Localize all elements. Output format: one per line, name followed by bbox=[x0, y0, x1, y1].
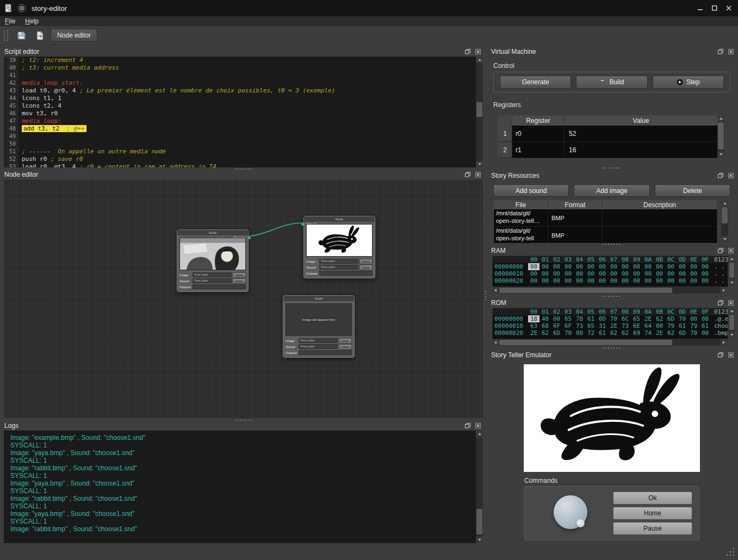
scroll-down-button[interactable] bbox=[476, 161, 483, 167]
hex-byte-cell[interactable]: 6D bbox=[597, 315, 608, 322]
scroll-up-button[interactable] bbox=[476, 431, 483, 437]
hex-byte-cell[interactable]: 00 bbox=[574, 329, 585, 337]
resources-scrollbar[interactable] bbox=[721, 200, 728, 242]
hex-byte-cell[interactable]: 00 bbox=[551, 277, 562, 284]
hex-byte-cell[interactable]: 00 bbox=[528, 277, 539, 284]
hex-byte-cell[interactable]: 63 bbox=[528, 322, 539, 329]
hex-byte-cell[interactable]: 00 bbox=[585, 270, 597, 277]
hex-byte-cell[interactable]: 00 bbox=[528, 270, 539, 277]
script-code-area[interactable]: 39; t2: increment 440; t3: current media… bbox=[4, 57, 476, 167]
virtual-machine-titlebar[interactable]: Virtual Machine bbox=[488, 47, 737, 56]
hex-byte-cell[interactable]: 6D bbox=[551, 329, 562, 337]
rom-hex[interactable]: 000102030405060708090A0B0C0D0E0F01234567… bbox=[492, 308, 728, 339]
hex-byte-cell[interactable]: 00 bbox=[699, 263, 711, 270]
close-panel-icon[interactable] bbox=[474, 171, 482, 178]
hex-byte-cell[interactable]: 69 bbox=[631, 329, 642, 337]
node-editor-toggle-button[interactable]: Node editor bbox=[51, 29, 97, 42]
hex-byte-cell[interactable]: 2E bbox=[608, 322, 619, 329]
hex-byte-cell[interactable]: 18 bbox=[528, 315, 539, 322]
register-name-cell[interactable]: r1 bbox=[512, 142, 565, 158]
logs-list[interactable]: Image: "example.bmp" , Sound: "choose1.s… bbox=[4, 431, 476, 543]
node-field-value[interactable]: Texte Label bbox=[299, 338, 338, 343]
hex-byte-cell[interactable]: 70 bbox=[608, 315, 619, 322]
hex-byte-cell[interactable]: 00 bbox=[574, 270, 585, 277]
hex-byte-cell[interactable]: 70 bbox=[562, 329, 574, 337]
hex-byte-cell[interactable]: 40 bbox=[539, 315, 551, 322]
logs-vertical-scrollbar[interactable] bbox=[476, 431, 483, 543]
hex-byte-cell[interactable]: 68 bbox=[539, 322, 551, 329]
hex-byte-cell[interactable]: 62 bbox=[619, 329, 631, 337]
generate-button[interactable]: Generate bbox=[500, 76, 571, 89]
hex-byte-cell[interactable]: 00 bbox=[699, 277, 711, 284]
hex-byte-cell[interactable]: 00 bbox=[677, 277, 688, 284]
close-panel-icon[interactable] bbox=[727, 351, 735, 358]
hex-byte-cell[interactable]: 00 bbox=[631, 277, 642, 284]
hex-byte-cell[interactable]: 00 bbox=[574, 277, 585, 284]
node-editor-titlebar[interactable]: Node editor bbox=[3, 170, 484, 179]
column-header-value[interactable]: Value bbox=[565, 116, 718, 126]
hex-byte-cell[interactable]: 08 bbox=[699, 315, 711, 322]
select-button[interactable]: Select bbox=[359, 259, 373, 264]
hex-byte-cell[interactable]: 00 bbox=[688, 270, 699, 277]
hex-byte-cell[interactable]: 00 bbox=[631, 270, 642, 277]
emulator-titlebar[interactable]: Story Teller Emulator bbox=[488, 350, 737, 359]
hex-byte-cell[interactable]: 00 bbox=[619, 277, 631, 284]
hex-byte-cell[interactable]: 31 bbox=[597, 322, 608, 329]
hex-byte-cell[interactable]: 6E bbox=[631, 322, 642, 329]
hex-byte-cell[interactable]: 00 bbox=[631, 263, 642, 270]
hex-byte-cell[interactable]: 00 bbox=[551, 270, 562, 277]
float-panel-icon[interactable] bbox=[716, 351, 724, 358]
hex-byte-cell[interactable]: 00 bbox=[688, 263, 699, 270]
hex-byte-cell[interactable]: 6D bbox=[677, 329, 688, 337]
column-header-format[interactable]: Format bbox=[548, 201, 603, 209]
splitter-handle[interactable] bbox=[603, 167, 604, 169]
port-dot[interactable] bbox=[248, 237, 251, 239]
window-resize-grip[interactable] bbox=[727, 555, 728, 556]
hex-byte-cell[interactable]: 00 bbox=[597, 263, 608, 270]
hex-byte-cell[interactable]: 00 bbox=[677, 270, 688, 277]
hex-byte-cell[interactable]: 6C bbox=[619, 315, 631, 322]
select-button[interactable]: Select bbox=[339, 344, 352, 350]
hex-byte-cell[interactable]: 00 bbox=[562, 263, 574, 270]
float-panel-icon[interactable] bbox=[463, 171, 472, 178]
hex-byte-cell[interactable]: 70 bbox=[688, 329, 699, 337]
build-button[interactable]: Build bbox=[576, 76, 647, 89]
ram-titlebar[interactable]: RAM bbox=[488, 246, 737, 255]
float-panel-icon[interactable] bbox=[716, 247, 724, 254]
hex-byte-cell[interactable]: 61 bbox=[699, 322, 711, 329]
resource-row[interactable]: /mnt/data/git/open-story-tellBMP bbox=[494, 227, 717, 244]
hex-byte-cell[interactable]: 61 bbox=[585, 315, 597, 322]
register-row[interactable]: 1r052 bbox=[498, 126, 718, 142]
maximize-button[interactable] bbox=[708, 3, 722, 14]
hex-byte-cell[interactable]: 65 bbox=[631, 315, 642, 322]
hex-byte-cell[interactable]: 62 bbox=[539, 329, 551, 337]
hex-byte-cell[interactable]: 00 bbox=[654, 277, 665, 284]
hex-byte-cell[interactable]: 74 bbox=[642, 329, 654, 337]
float-panel-icon[interactable] bbox=[463, 422, 472, 429]
column-header-description[interactable]: Description bbox=[603, 201, 717, 209]
add-image-button[interactable]: Add image bbox=[574, 184, 649, 197]
pause-button[interactable]: Pause bbox=[613, 522, 692, 535]
scrollbar-thumb[interactable] bbox=[476, 102, 482, 117]
hex-byte-cell[interactable]: 2E bbox=[654, 329, 665, 337]
node-field-value[interactable]: Texte Label bbox=[193, 278, 232, 283]
script-editor-titlebar[interactable]: Script editor bbox=[3, 47, 484, 56]
hex-byte-cell[interactable]: 00 bbox=[585, 263, 597, 270]
titlebar[interactable]: story-editor bbox=[0, 0, 738, 16]
hex-byte-cell[interactable]: 65 bbox=[562, 315, 574, 322]
hex-byte-cell[interactable]: 00 bbox=[699, 329, 711, 337]
hex-byte-cell[interactable]: 78 bbox=[574, 315, 585, 322]
node-field-value[interactable] bbox=[299, 350, 352, 355]
rom-vertical-scrollbar[interactable] bbox=[729, 308, 735, 338]
float-panel-icon[interactable] bbox=[716, 48, 724, 55]
hex-byte-cell[interactable]: 2E bbox=[642, 315, 654, 322]
splitter-handle[interactable] bbox=[603, 244, 604, 245]
minimize-button[interactable] bbox=[693, 3, 708, 14]
hex-byte-cell[interactable]: 72 bbox=[585, 329, 597, 337]
hex-byte-cell[interactable]: 00 bbox=[642, 277, 654, 284]
media-node[interactable]: NodePort OutImageTexte LabelSelectSoundT… bbox=[177, 229, 249, 292]
scrollbar-thumb[interactable] bbox=[476, 509, 482, 535]
hex-byte-cell[interactable]: 00 bbox=[654, 322, 665, 329]
select-button[interactable]: Select bbox=[233, 272, 246, 278]
node-title[interactable]: Node bbox=[177, 230, 248, 235]
